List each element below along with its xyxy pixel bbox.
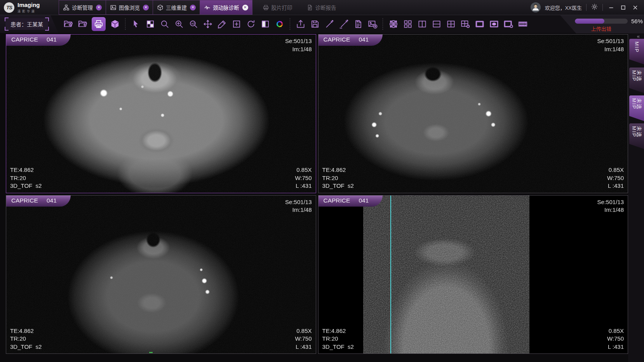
settings-gear-icon[interactable] [591, 3, 598, 12]
measure-icon[interactable] [217, 19, 227, 29]
divider [602, 4, 603, 11]
mri-axial-image [6, 196, 316, 354]
image-icon [110, 4, 117, 11]
zoom-in-icon[interactable] [174, 19, 184, 29]
titlebar-right: 欢迎您，XX医生 [531, 0, 644, 15]
toolbar-separator [383, 18, 383, 30]
close-tab-icon[interactable]: ✕ [242, 5, 248, 10]
upload-progress-fill [575, 19, 604, 24]
sidebar-tab-unselected-mip-2[interactable]: 未选MIP [629, 95, 644, 121]
layout-ellipse-filled-icon[interactable] [489, 19, 499, 29]
svg-text:x2: x2 [191, 22, 195, 25]
collapse-sidebar-icon[interactable]: « [637, 33, 639, 39]
probe-icon[interactable] [324, 19, 334, 29]
main-area: CAPRICE041 Se:501/13Im:1/48 TE:4.862TR:2… [0, 33, 644, 362]
tab-diagnosis-management[interactable]: 诊断管理 ✕ [59, 0, 106, 15]
cursor-icon[interactable] [131, 19, 141, 29]
tab-carotid-diagnosis[interactable]: 颈动脉诊断 ✕ [200, 0, 252, 15]
minimize-button[interactable] [607, 3, 615, 11]
display-info: 0.85XW:750L :431 [295, 327, 312, 351]
open-folder-add-icon[interactable] [77, 19, 88, 29]
probe-minus-icon[interactable] [338, 19, 349, 29]
series-info: Se:501/13Im:1/48 [285, 37, 312, 53]
maximize-button[interactable] [619, 3, 627, 11]
layout-grid-4-icon[interactable] [402, 19, 413, 29]
layout-grid-9-icon[interactable] [388, 19, 399, 29]
series-badge: CAPRICE041 [6, 196, 71, 207]
display-info: 0.85XW:750L :431 [295, 166, 312, 190]
display-info: 0.85XW:750L :431 [607, 327, 624, 351]
workflow-icon [63, 4, 70, 11]
sidebar-tab-mip[interactable]: MIP [629, 39, 644, 64]
layout-grid-close-icon[interactable] [460, 19, 470, 29]
save-icon[interactable] [310, 19, 320, 29]
report-icon [306, 4, 313, 11]
mri-axial-image [6, 35, 316, 193]
upload-error-text: 上传出错 [575, 25, 628, 32]
toolbar: 患者：王某某 x2 [0, 15, 644, 33]
pan-icon[interactable] [202, 19, 213, 29]
divider [586, 4, 587, 11]
open-folder-settings-icon[interactable] [63, 19, 73, 29]
layout-rect-close-icon[interactable] [503, 19, 513, 29]
patient-panel: 患者：王某某 [0, 15, 58, 33]
mip-sidebar: « MIP 未选MIP 未选MIP 未选MIP [628, 33, 644, 362]
checkerboard-icon[interactable] [145, 19, 155, 29]
layout-split-horizontal-icon[interactable] [431, 19, 442, 29]
select-region-icon[interactable] [231, 19, 242, 29]
logo-icon: TS [4, 2, 14, 13]
zoom-icon[interactable] [159, 19, 170, 29]
app-name: Imaging [17, 2, 40, 8]
module-tabs: 诊断管理 ✕ 图像浏览 ✕ 三维重建 ✕ 颈动脉诊断 ✕ 胶片打印 [59, 0, 340, 15]
series-info: Se:501/13Im:1/48 [285, 198, 312, 214]
titlebar: TS Imaging 清影华康 诊断管理 ✕ 图像浏览 ✕ 三维重建 ✕ [0, 0, 644, 15]
tab-film-print[interactable]: 胶片打印 [259, 0, 296, 15]
rotate-icon[interactable] [245, 19, 256, 29]
close-tab-icon[interactable]: ✕ [96, 5, 102, 10]
app-window: TS Imaging 清影华康 诊断管理 ✕ 图像浏览 ✕ 三维重建 ✕ [0, 0, 644, 362]
app-subtitle: 清影华康 [17, 9, 40, 13]
filmstrip-icon[interactable] [517, 19, 528, 29]
acquisition-info: TE:4.862TR:203D_TOF s2 [10, 166, 42, 190]
viewport-bottom-right[interactable]: CAPRICE041 Se:501/13Im:1/48 TE:4.862TR:2… [318, 195, 628, 354]
close-window-button[interactable] [631, 3, 639, 11]
sidebar-tab-unselected-mip-3[interactable]: 未选MIP [629, 123, 644, 149]
tab-diagnosis-report[interactable]: 诊断报告 [303, 0, 340, 15]
upload-icon[interactable] [295, 19, 306, 29]
layout-single-filled-icon[interactable] [474, 19, 485, 29]
series-badge: CAPRICE041 [6, 35, 71, 46]
printer-icon [263, 4, 269, 11]
close-tab-icon[interactable]: ✕ [190, 5, 196, 10]
layout-grid-2x2-icon[interactable] [446, 19, 456, 29]
mri-axial-image [319, 35, 628, 193]
report-add-icon[interactable] [353, 19, 363, 29]
zoom-2x-icon[interactable]: x2 [188, 19, 198, 29]
image-upload-icon[interactable] [367, 19, 378, 29]
viewport-top-right[interactable]: CAPRICE041 Se:501/13Im:1/48 TE:4.862TR:2… [318, 34, 628, 193]
welcome-text: 欢迎您，XX医生 [545, 4, 582, 11]
mri-mip-image [363, 196, 529, 354]
acquisition-info: TE:4.862TR:203D_TOF s2 [322, 327, 354, 351]
contrast-icon[interactable] [260, 19, 270, 29]
reference-line[interactable] [390, 196, 391, 354]
viewport-grid: CAPRICE041 Se:501/13Im:1/48 TE:4.862TR:2… [6, 34, 628, 354]
viewport-bottom-left[interactable]: CAPRICE041 Se:501/13Im:1/48 TE:4.862TR:2… [6, 195, 316, 354]
close-tab-icon[interactable]: ✕ [143, 5, 149, 10]
tab-image-browse[interactable]: 图像浏览 ✕ [106, 0, 153, 15]
toolbar-separator [125, 18, 125, 30]
print-button[interactable] [92, 17, 106, 31]
upload-percent: 56% [631, 18, 643, 24]
green-marker [149, 352, 153, 353]
series-info: Se:501/13Im:1/48 [597, 37, 624, 53]
cube-3d-icon[interactable] [110, 19, 120, 29]
series-info: Se:501/13Im:1/48 [597, 198, 624, 214]
viewport-top-left[interactable]: CAPRICE041 Se:501/13Im:1/48 TE:4.862TR:2… [6, 34, 316, 193]
sidebar-tab-unselected-mip-1[interactable]: 未选MIP [629, 68, 644, 93]
color-wheel-icon[interactable] [274, 19, 285, 29]
app-logo: TS Imaging 清影华康 [0, 0, 59, 15]
user-avatar[interactable] [531, 2, 541, 12]
layout-split-vertical-icon[interactable] [417, 19, 427, 29]
tab-3d-reconstruction[interactable]: 三维重建 ✕ [153, 0, 200, 15]
upload-progress-bar [575, 19, 628, 24]
display-info: 0.85XW:750L :431 [607, 166, 624, 190]
